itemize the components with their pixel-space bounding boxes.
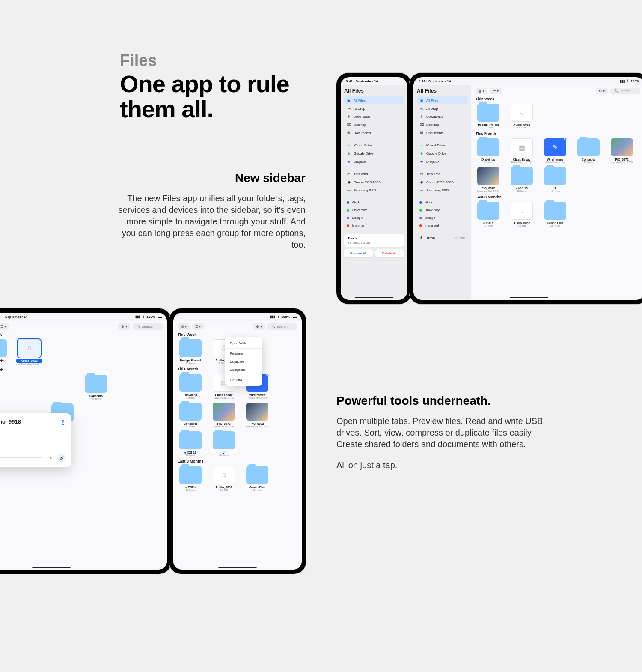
restore-all-button[interactable]: Restore All bbox=[344, 249, 373, 257]
ctx-open-with[interactable]: Open With… bbox=[225, 339, 262, 347]
sidebar-item-desktop[interactable]: ⌧Desktop bbox=[344, 121, 404, 128]
sidebar-item-canon[interactable]: ◉Canon EOS 200D bbox=[417, 178, 468, 186]
sidebar-item-canon[interactable]: ◉Canon EOS 200D bbox=[344, 178, 404, 186]
sidebar-tag-work[interactable]: Work bbox=[344, 199, 404, 206]
status-bar: September 14 ▮▮▮⌇100% ▬ bbox=[0, 313, 167, 321]
file-item[interactable]: UI46 Items bbox=[211, 431, 237, 457]
sidebar-item-dropbox[interactable]: ◈Dropbox bbox=[417, 158, 468, 165]
sidebar-tag-design[interactable]: Design bbox=[417, 214, 468, 221]
sidebar-item-desktop[interactable]: ⌧Desktop bbox=[417, 121, 468, 128]
toolbar: ▦ ▾ ☰ ▾ ⚙︎ ▾ 🔍 Search bbox=[476, 88, 640, 94]
settings-button[interactable]: ⚙︎ ▾ bbox=[253, 323, 265, 330]
folder-icon bbox=[511, 167, 533, 185]
tag-dot-icon bbox=[419, 209, 422, 212]
sidebar-tag-design[interactable]: Design bbox=[344, 214, 404, 221]
ctx-rename[interactable]: Rename bbox=[225, 349, 262, 358]
view-grid-button[interactable]: ▦ ▾ bbox=[476, 88, 487, 94]
sidebar-item-downloads[interactable]: ⬇Downloads bbox=[417, 113, 468, 120]
file-item[interactable]: PIC_0972Imported Sat, 17:57 bbox=[244, 403, 270, 428]
signal-icon: ▮▮▮ bbox=[620, 79, 625, 83]
file-item[interactable]: PIC_0972Imported Sat, 17:57 bbox=[211, 403, 237, 428]
sidebar-tag-university[interactable]: University bbox=[417, 206, 468, 214]
file-item[interactable]: Concepts43 Items bbox=[576, 138, 601, 164]
view-list-button[interactable]: ☰ ▾ bbox=[0, 323, 9, 330]
sidebar-trash-card[interactable]: Trash 21 Items, 3.2 GB bbox=[344, 234, 404, 247]
file-item[interactable]: Canon Pics21 Items bbox=[542, 202, 568, 227]
file-item[interactable]: iOS 1312 Items bbox=[178, 431, 203, 457]
sidebar-item-gdrive[interactable]: ◆Google Drive bbox=[344, 149, 404, 157]
sidebar-item-all-files[interactable]: ▣All Files bbox=[344, 96, 404, 104]
sidebar-item-icloud[interactable]: ☁iCloud Drive bbox=[344, 141, 404, 149]
context-menu: Open With… Rename Duplicate Compress Get… bbox=[225, 337, 262, 386]
ctx-compress[interactable]: Compress bbox=[225, 366, 262, 374]
delete-all-button[interactable]: Delete All bbox=[375, 249, 404, 257]
file-item[interactable]: PDFs12 Items bbox=[476, 202, 501, 227]
file-item[interactable]: Drawings3 Items bbox=[178, 374, 203, 399]
file-item[interactable]: Design Project10 Items bbox=[178, 339, 203, 364]
tag-dot-icon bbox=[347, 201, 349, 204]
folder-icon bbox=[477, 202, 499, 220]
file-item[interactable]: ♫Audio_00624.6 MB bbox=[509, 202, 535, 227]
file-item[interactable]: Drawings3 Items bbox=[476, 138, 501, 164]
tools-text-block: Powerful tools underneath. Open multiple… bbox=[336, 394, 550, 470]
scrubber[interactable] bbox=[0, 457, 42, 458]
sidebar-item-all-files[interactable]: ▣All Files bbox=[417, 96, 468, 104]
file-item[interactable]: ♫Audio_00624.6 MB bbox=[211, 466, 237, 491]
home-indicator[interactable] bbox=[510, 297, 548, 298]
ctx-get-info[interactable]: Get Info bbox=[225, 376, 262, 384]
file-item[interactable]: Concepts43 Items bbox=[178, 403, 203, 428]
file-item[interactable]: Design Project10 Items bbox=[476, 104, 501, 129]
sidebar-item-dropbox[interactable]: ◈Dropbox bbox=[344, 158, 404, 165]
file-item[interactable]: ✎↻WireframesEdited Yesterday bbox=[542, 138, 568, 164]
home-indicator[interactable] bbox=[355, 297, 393, 298]
volume-button[interactable]: 🔊 bbox=[57, 454, 66, 462]
view-list-button[interactable]: ☰ ▾ bbox=[490, 88, 502, 94]
view-list-button[interactable]: ☰ ▾ bbox=[192, 323, 204, 330]
file-item[interactable]: ♫Audio_99188.51 MB bbox=[509, 104, 535, 129]
sidebar-tag-important[interactable]: Important bbox=[417, 222, 468, 229]
sidebar-tag-work[interactable]: Work bbox=[417, 199, 468, 206]
file-item[interactable]: PIC_0972Imported Sat, 17:57 bbox=[609, 138, 635, 164]
sidebar-item-ssd[interactable]: ▬Samsung SSD bbox=[344, 186, 404, 194]
file-item[interactable]: Canon Pics21 Items bbox=[244, 466, 270, 491]
tag-dot-icon bbox=[419, 224, 422, 227]
sidebar-item-ssd[interactable]: ▬Samsung SSD bbox=[417, 186, 468, 194]
sidebar-title: All Files bbox=[417, 88, 468, 94]
folder-icon bbox=[246, 466, 268, 484]
share-button[interactable]: ⇪ bbox=[60, 418, 66, 427]
search-input[interactable]: 🔍 Search bbox=[133, 323, 163, 330]
file-item[interactable]: iOS 1312 Items bbox=[509, 167, 535, 192]
sidebar-item-downloads[interactable]: ⬇Downloads bbox=[344, 113, 404, 120]
folder-icon bbox=[544, 202, 566, 220]
file-item-selected[interactable]: ♫Audio_9918Edited Mon, 12:09 bbox=[16, 339, 42, 365]
sidebar-tag-university[interactable]: University bbox=[344, 206, 404, 214]
file-item[interactable]: UI46 Items bbox=[542, 167, 568, 192]
file-item[interactable]: ▤Class EssayEdited Mon, 17:50 bbox=[509, 138, 535, 164]
download-icon: ⬇ bbox=[347, 114, 351, 119]
sidebar-item-airdrop[interactable]: ◎AirDrop bbox=[344, 105, 404, 112]
view-grid-button[interactable]: ▦ ▾ bbox=[178, 323, 190, 330]
file-item[interactable]: Concepts43 Items bbox=[83, 375, 109, 400]
sidebar-item-airdrop[interactable]: ◎AirDrop bbox=[417, 105, 468, 112]
sidebar-item-this-ipad[interactable]: ▭This iPad bbox=[344, 170, 404, 178]
folder-icon: ▣ bbox=[347, 98, 351, 102]
sidebar-item-this-ipad[interactable]: ▭This iPad bbox=[417, 170, 468, 178]
file-item[interactable]: PDFs12 Items bbox=[178, 466, 203, 491]
home-indicator[interactable] bbox=[218, 567, 257, 568]
sidebar-item-gdrive[interactable]: ◆Google Drive bbox=[417, 149, 468, 157]
sidebar-item-trash[interactable]: 🗑Trash21 Items bbox=[417, 234, 468, 242]
sidebar-item-documents[interactable]: ▤Documents bbox=[417, 129, 468, 137]
sidebar-item-documents[interactable]: ▤Documents bbox=[344, 129, 404, 137]
sidebar-item-icloud[interactable]: ☁iCloud Drive bbox=[417, 141, 468, 149]
settings-button[interactable]: ⚙︎ ▾ bbox=[596, 88, 608, 94]
file-item[interactable]: Design Project10 Items bbox=[0, 339, 9, 365]
search-input[interactable]: 🔍 Search bbox=[610, 88, 640, 94]
folder-icon bbox=[179, 431, 202, 449]
home-indicator[interactable] bbox=[32, 567, 71, 568]
doc-icon: ▤ bbox=[511, 138, 533, 156]
settings-button[interactable]: ⚙︎ ▾ bbox=[118, 323, 130, 330]
sidebar-tag-important[interactable]: Important bbox=[344, 222, 404, 229]
ctx-duplicate[interactable]: Duplicate bbox=[225, 358, 262, 366]
search-input[interactable]: 🔍 Search bbox=[268, 323, 297, 330]
file-item[interactable]: PIC_0972Imported Sat, 17:57 bbox=[476, 167, 501, 192]
